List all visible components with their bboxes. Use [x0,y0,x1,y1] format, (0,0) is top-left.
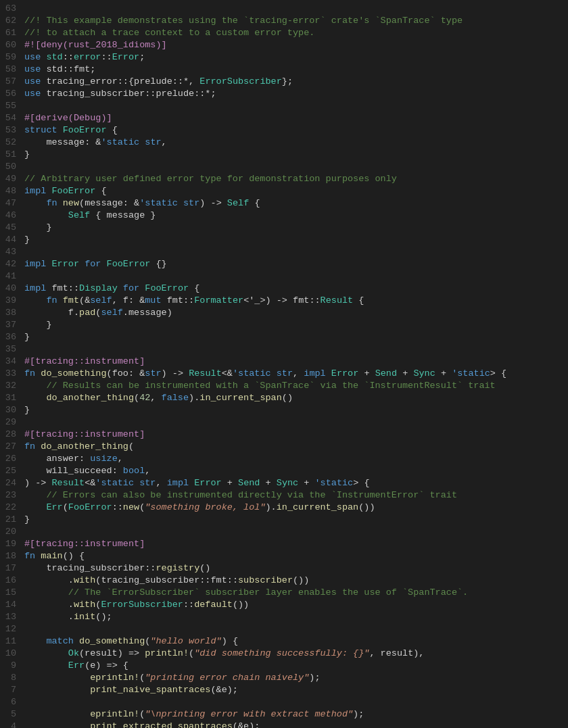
code-line-14: 14 .with(ErrorSubscriber::default()) [0,599,568,611]
code-line-22: 22 Err(FooError::new("something broke, l… [0,502,568,514]
line-content: #![deny(rust_2018_idioms)] [24,39,568,51]
line-content: .init(); [24,611,568,623]
code-line-47: 47 fn new(message: &'static str) -> Self… [0,197,568,210]
line-number: 62 [0,15,24,27]
line-number: 17 [0,562,24,575]
line-number: 43 [0,246,24,258]
line-content: } [24,222,568,234]
line-number: 42 [0,258,24,270]
code-line-62: 62 //! This example demonstrates using t… [0,15,568,27]
line-number: 53 [0,124,24,137]
code-line-44: 44 } [0,234,568,246]
line-content: // Errors can also be instrumented direc… [24,489,568,502]
line-number: 50 [0,161,24,173]
line-content: } [24,319,568,331]
code-line-5: 5 eprintln!("\nprinting error with extra… [0,708,568,721]
code-line-60: 60 #![deny(rust_2018_idioms)] [0,39,568,51]
line-content: #[tracing::instrument] [24,538,568,550]
code-line-56: 56 use tracing_subscriber::prelude::*; [0,88,568,100]
code-line-15: 15 // The `ErrorSubscriber` subscriber l… [0,587,568,599]
line-number: 31 [0,392,24,404]
line-content [24,416,568,429]
line-number: 11 [0,635,24,648]
line-number: 58 [0,64,24,76]
line-content: message: &'static str, [24,137,568,149]
line-content: f.pad(self.message) [24,307,568,319]
line-content: //! This example demonstrates using the … [24,15,568,27]
code-line-41: 41 [0,270,568,283]
code-line-17: 17 tracing_subscriber::registry() [0,562,568,575]
code-line-32: 32 // Results can be instrumented with a… [0,380,568,392]
code-editor: 63 62 //! This example demonstrates usin… [0,0,568,728]
code-line-29: 29 [0,416,568,429]
code-line-23: 23 // Errors can also be instrumented di… [0,489,568,502]
line-number: 33 [0,368,24,380]
line-number: 36 [0,331,24,343]
line-number: 4 [0,721,24,728]
line-content: print_naive_spantraces(&e); [24,684,568,696]
code-line-39: 39 fn fmt(&self, f: &mut fmt::Formatter<… [0,295,568,307]
code-line-53: 53 struct FooError { [0,124,568,137]
code-line-6: 6 [0,696,568,708]
code-line-12: 12 [0,623,568,635]
line-number: 59 [0,51,24,64]
line-content: tracing_subscriber::registry() [24,562,568,575]
code-line-26: 26 answer: usize, [0,453,568,465]
code-line-49: 49 // Arbitrary user defined error type … [0,173,568,185]
line-content [24,100,568,112]
line-number: 19 [0,538,24,550]
line-content: } [24,514,568,526]
line-number: 32 [0,380,24,392]
code-line-63: 63 [0,3,568,15]
line-number: 40 [0,283,24,295]
code-line-43: 43 [0,246,568,258]
line-content: } [24,234,568,246]
line-content: //! to attach a trace context to a custo… [24,27,568,39]
line-content: print_extracted_spantraces(&e); [24,721,568,728]
line-content: impl FooError { [24,185,568,197]
line-number: 30 [0,404,24,416]
code-line-37: 37 } [0,319,568,331]
code-line-28: 28 #[tracing::instrument] [0,429,568,441]
code-line-27: 27 fn do_another_thing( [0,441,568,453]
line-content: Err(e) => { [24,660,568,672]
line-content: } [24,149,568,161]
line-content: #[derive(Debug)] [24,112,568,124]
code-line-8: 8 eprintln!("printing error chain naivel… [0,672,568,684]
code-line-46: 46 Self { message } [0,210,568,222]
line-content: Ok(result) => println!("did something su… [24,648,568,660]
line-content [24,246,568,258]
line-content: fn fmt(&self, f: &mut fmt::Formatter<'_>… [24,295,568,307]
line-number: 5 [0,708,24,721]
code-line-18: 18 fn main() { [0,550,568,562]
line-number: 6 [0,696,24,708]
line-content: eprintln!("printing error chain naively"… [24,672,568,684]
line-number: 21 [0,514,24,526]
line-content: Err(FooError::new("something broke, lol"… [24,502,568,514]
code-line-20: 20 [0,526,568,538]
code-line-50: 50 [0,161,568,173]
line-number: 56 [0,88,24,100]
line-number: 27 [0,441,24,453]
line-content [24,343,568,356]
line-number: 35 [0,343,24,356]
line-content [24,623,568,635]
line-number: 22 [0,502,24,514]
line-content: fn do_another_thing( [24,441,568,453]
code-line-31: 31 do_another_thing(42, false).in_curren… [0,392,568,404]
code-line-45: 45 } [0,222,568,234]
line-content [24,270,568,283]
line-number: 23 [0,489,24,502]
code-line-52: 52 message: &'static str, [0,137,568,149]
code-line-36: 36 } [0,331,568,343]
line-number: 28 [0,429,24,441]
line-number: 45 [0,222,24,234]
line-content: #[tracing::instrument] [24,429,568,441]
line-content: impl fmt::Display for FooError { [24,283,568,295]
line-number: 20 [0,526,24,538]
line-number: 55 [0,100,24,112]
line-content: // Arbitrary user defined error type for… [24,173,568,185]
line-content: // The `ErrorSubscriber` subscriber laye… [24,587,568,599]
line-content: fn do_something(foo: &str) -> Result<&'s… [24,368,568,380]
line-number: 44 [0,234,24,246]
